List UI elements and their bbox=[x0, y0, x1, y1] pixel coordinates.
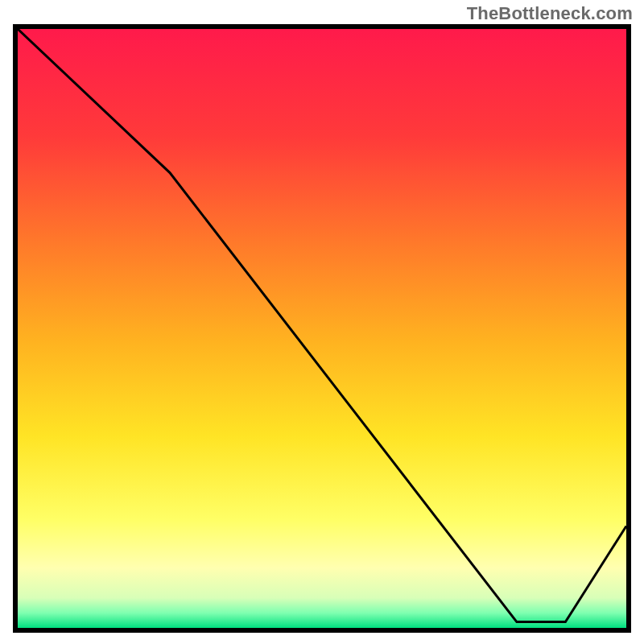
plot-svg bbox=[18, 29, 626, 628]
plot-area bbox=[13, 24, 631, 633]
chart-frame: TheBottleneck.com bbox=[0, 0, 644, 644]
watermark-text: TheBottleneck.com bbox=[467, 3, 633, 24]
gradient-background bbox=[18, 29, 626, 628]
